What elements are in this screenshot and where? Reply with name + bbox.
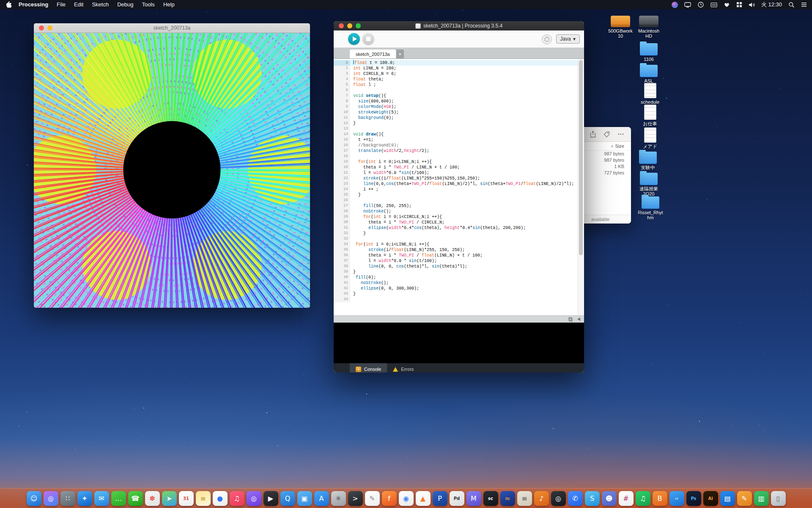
code-line[interactable]: 1float t = 100.0;	[334, 60, 584, 66]
dock-icon-system-preferences[interactable]: ✳	[331, 491, 346, 506]
dock-icon-photoshop[interactable]: Ps	[686, 491, 701, 506]
dock-icon-discord[interactable]: ☻	[602, 491, 617, 506]
scrollbar-thumb[interactable]	[579, 60, 583, 255]
code-line[interactable]: 7void setup(){	[334, 93, 584, 99]
stop-button[interactable]	[362, 33, 374, 45]
dock-icon-preview[interactable]: ▣	[297, 491, 312, 506]
code-line[interactable]: 23 line(0,0,cos(theta+TWO_PI/float(LINE_…	[334, 181, 584, 187]
dock-icon-mail[interactable]: ✉	[94, 491, 109, 506]
tab-errors[interactable]: Errors	[387, 363, 420, 373]
desktop-icon-risset-rhythm[interactable]: Risset_Rhythm	[636, 194, 664, 220]
apple-menu-icon[interactable]	[6, 1, 12, 8]
code-line[interactable]: 41 noStroke();	[334, 280, 584, 286]
mode-selector[interactable]: Java ▾	[556, 34, 580, 44]
dock-icon-garageband[interactable]: ♪	[534, 491, 549, 506]
dock-icon-quicktime[interactable]: Q	[280, 491, 295, 506]
code-line[interactable]: 38 line(0, 0, cos(theta)*l, sin(theta)*l…	[334, 264, 584, 269]
dock-icon-ableton-live[interactable]: ≡	[517, 491, 532, 506]
desktop-icon-1106[interactable]: 1106	[635, 41, 663, 62]
dock-icon-obs[interactable]: ◎	[551, 491, 566, 506]
run-button[interactable]	[348, 33, 360, 45]
dock-icon-slack[interactable]: #	[619, 491, 634, 506]
code-line[interactable]: 5float l ;	[334, 82, 584, 88]
collapse-console-icon[interactable]	[577, 317, 581, 321]
spotlight-icon[interactable]	[788, 2, 795, 8]
desktop-icon-asl[interactable]: ASL	[635, 62, 663, 83]
volume-icon[interactable]	[749, 2, 755, 8]
dock-icon-podcasts[interactable]: ◎	[247, 491, 261, 506]
close-button[interactable]	[39, 25, 44, 30]
code-line[interactable]: 30 theta = i * TWO_PI / CIRCLE_N;	[334, 220, 584, 225]
dock-icon-reminders[interactable]: ●	[213, 491, 228, 506]
dock-icon-blender[interactable]: B	[653, 491, 667, 506]
code-line[interactable]: 18	[334, 154, 584, 159]
code-line[interactable]: 19 for(int i = 0;i<LINE_N;i ++){	[334, 159, 584, 165]
code-line[interactable]: 35 stroke(i/float(LINE_N)*255, 150, 250)…	[334, 247, 584, 253]
code-line[interactable]: 32 }	[334, 231, 584, 236]
menu-item-debug[interactable]: Debug	[113, 1, 137, 8]
dock-icon-launchpad[interactable]: ∷	[60, 491, 75, 506]
code-line[interactable]: 17 translate(width/2,height/2);	[334, 148, 584, 154]
tag-icon[interactable]	[604, 131, 610, 138]
dock-icon-spotify[interactable]: ♫	[636, 491, 650, 506]
dock-icon-skype[interactable]: S	[585, 491, 600, 506]
code-line[interactable]: 9 colorMode(HSB);	[334, 104, 584, 110]
dock-icon-messages[interactable]: …	[111, 491, 126, 506]
dock-icon-calendar[interactable]: 31	[179, 491, 194, 506]
code-line[interactable]: 8 size(800,800);	[334, 99, 584, 104]
console-output[interactable]	[334, 323, 584, 363]
dock-icon-keynote[interactable]: ▤	[720, 491, 735, 506]
dock-icon-pure-data[interactable]: Pd	[450, 491, 464, 506]
code-line[interactable]: 43}	[334, 291, 584, 297]
zoom-button[interactable]	[356, 23, 361, 28]
code-line[interactable]: 20 theta = i * TWO_PI / LINE_N + t / 100…	[334, 165, 584, 170]
menu-item-processing[interactable]: Processing	[14, 1, 52, 8]
time-machine-icon[interactable]	[697, 1, 704, 8]
code-line[interactable]: 33	[334, 236, 584, 242]
heart-icon[interactable]	[724, 2, 730, 8]
code-line[interactable]: 2int LINE_N = 280;	[334, 66, 584, 71]
code-editor[interactable]: 1float t = 100.0;2int LINE_N = 280;3int …	[334, 59, 584, 315]
code-line[interactable]: 16 //background(0);	[334, 143, 584, 148]
dock-icon-chrome[interactable]: ◉	[399, 491, 414, 506]
code-line[interactable]: 29 for(int i = 0;i<CIRCLE_N;i ++){	[334, 214, 584, 220]
keyboard-input-icon[interactable]	[710, 2, 717, 8]
code-line[interactable]: 34 for(int i = 0;i<LINE_N;i ++){	[334, 242, 584, 247]
dock-icon-tv[interactable]: ▶	[263, 491, 278, 506]
dock-icon-vlc[interactable]: ▲	[416, 491, 431, 506]
menu-item-help[interactable]: Help	[159, 1, 179, 8]
siri-icon[interactable]	[672, 2, 678, 8]
code-line[interactable]: 42 ellipse(0, 0, 300,300);	[334, 286, 584, 291]
minimize-button[interactable]	[47, 25, 52, 30]
menu-item-sketch[interactable]: Sketch	[88, 1, 113, 8]
tab-menu-button[interactable]: ▾	[396, 50, 404, 58]
menu-item-edit[interactable]: Edit	[70, 1, 88, 8]
copy-icon[interactable]	[568, 317, 573, 322]
dock-icon-processing[interactable]: P	[433, 491, 447, 506]
dock-icon-photos[interactable]: ✽	[145, 491, 160, 506]
code-line[interactable]: 26	[334, 198, 584, 203]
desktop-icon-oshigoto[interactable]: お仕事	[636, 105, 664, 126]
dock-icon-audacity[interactable]: ≈	[500, 491, 515, 506]
code-line[interactable]: 3int CIRCLE_N = 6;	[334, 71, 584, 77]
desktop-icon-meado[interactable]: メアド	[636, 127, 664, 149]
dock-icon-facetime[interactable]: ☎	[128, 491, 143, 506]
processing-ide-window[interactable]: sketch_200713a | Processing 3.5.4 Java ▾…	[334, 21, 584, 373]
code-line[interactable]: 21 l = width*0.9 *sin(t/100);	[334, 170, 584, 176]
code-line[interactable]: 6	[334, 88, 584, 93]
desktop-icon-schedule[interactable]: schedule	[636, 83, 664, 105]
dock-icon-zoom[interactable]: ✆	[568, 491, 583, 506]
code-line[interactable]: 14void draw(){	[334, 132, 584, 137]
dock-icon-textedit[interactable]: ✎	[365, 491, 380, 506]
code-line[interactable]: 44	[334, 297, 584, 302]
display-icon[interactable]	[684, 2, 691, 8]
dock-icon-supercollider[interactable]: sc	[483, 491, 498, 506]
dock-icon-safari[interactable]: ✦	[77, 491, 92, 506]
code-line[interactable]: 4float theta;	[334, 77, 584, 82]
code-line[interactable]: 40 fill(0);	[334, 275, 584, 280]
debug-toggle-button[interactable]	[542, 34, 552, 44]
dock-icon-vscode[interactable]: ‹›	[669, 491, 684, 506]
code-line[interactable]: 10 strokeWeight(5);	[334, 110, 584, 115]
desktop-icon-500gbwork-10[interactable]: 500GBwork10	[606, 13, 634, 39]
desktop-icon-jikkenchu[interactable]: 実験中	[634, 149, 662, 170]
